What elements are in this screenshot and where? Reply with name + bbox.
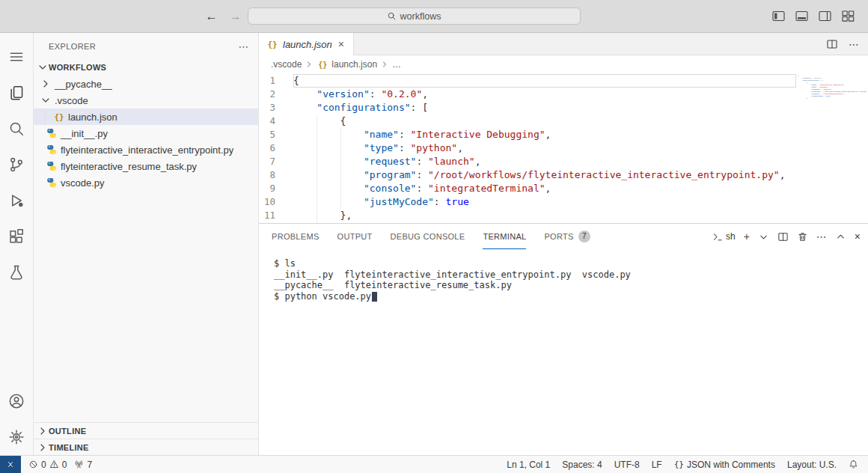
run-and-debug-icon[interactable] [0,183,33,219]
line-number: 7 [259,155,293,168]
shell-label: sh [726,231,736,242]
terminal-shell-button[interactable]: sh [712,231,736,242]
search-icon[interactable] [0,111,33,147]
sidebar-item-.vscode[interactable]: .vscode [34,92,258,109]
toggle-panel-icon[interactable] [795,10,808,22]
timeline-section[interactable]: TIMELINE [34,439,258,455]
code-line[interactable]: 10 "justMyCode": true [259,195,868,209]
panel-tab-terminal[interactable]: TERMINAL [483,224,526,249]
terminal-line: $ ls [274,258,868,269]
indentation[interactable]: Spaces: 4 [558,460,605,470]
terminal[interactable]: $ ls__init__.py flyteinteractive_interac… [259,249,868,455]
ports-status[interactable]: 7 [70,460,96,470]
code-line[interactable]: 8 "program": "/root/workflows/flyteinter… [259,168,868,182]
explorer-more-actions-icon[interactable]: ⋯ [239,40,249,52]
layout-controls [772,10,861,22]
tab-close-icon[interactable]: × [337,38,346,50]
split-terminal-icon[interactable] [777,231,789,242]
sidebar-item-vscode.py[interactable]: vscode.py [34,174,258,191]
code-text: "request": "launch", [293,155,796,168]
toggle-secondary-sidebar-icon[interactable] [819,10,831,22]
panel-header: PROBLEMSOUTPUTDEBUG CONSOLETERMINALPORTS… [259,224,868,249]
outline-section[interactable]: OUTLINE [34,422,258,439]
explorer-icon[interactable] [0,75,33,111]
forward-button[interactable]: → [224,10,248,23]
cursor-position[interactable]: Ln 1, Col 1 [503,460,554,470]
file-label: .vscode [52,95,88,106]
kill-terminal-trash-icon[interactable] [797,231,808,242]
settings-gear-icon[interactable] [0,419,33,455]
indentation-label: Spaces: 4 [562,460,602,470]
breadcrumb-symbol[interactable]: … [392,59,401,70]
close-panel-icon[interactable]: × [855,231,861,242]
indent-guide [317,209,317,222]
breadcrumb-folder[interactable]: .vscode [271,59,302,70]
notifications-bell[interactable] [845,460,862,469]
sidebar-item-__pycache__[interactable]: __pycache__ [34,76,258,92]
back-button[interactable]: ← [200,10,224,23]
terminal-profile-chevron-down-icon[interactable] [758,231,769,242]
indent-guide [317,115,317,128]
braces-icon: {} [674,460,684,469]
code-line[interactable]: 6 "type": "python", [259,141,868,155]
split-editor-icon[interactable] [826,38,838,50]
code-line[interactable]: 11 }, [259,209,868,222]
language-label: JSON with Comments [687,460,775,470]
remote-indicator[interactable] [0,456,21,473]
new-terminal-icon[interactable]: + [744,231,750,242]
python-icon [46,160,58,172]
customize-layout-icon[interactable] [842,10,855,22]
code-line[interactable]: 9 "console": "integratedTerminal", [259,182,868,195]
code-editor[interactable]: 1{2 "version": "0.2.0",3 "configurations… [259,73,868,223]
panel-tab-ports[interactable]: PORTS7 [544,224,590,249]
code-line[interactable]: 3 "configurations": [ [259,101,868,115]
indent-guide [317,128,317,141]
code-line[interactable]: 7 "request": "launch", [259,155,868,168]
maximize-panel-chevron-up-icon[interactable] [835,231,846,242]
panel-tab-debug-console[interactable]: DEBUG CONSOLE [391,224,465,249]
line-number: 10 [259,195,293,209]
tab-launch-json[interactable]: {} launch.json × [259,33,354,55]
extensions-icon[interactable] [0,219,33,254]
command-center-search[interactable]: workflows [248,7,581,25]
sidebar-item-__init__.py[interactable]: __init__.py [34,125,258,141]
editor-more-actions-icon[interactable]: ⋯ [849,38,859,50]
workbench: EXPLORER ⋯ WORKFLOWS __pycache__.vscode{… [0,33,868,455]
account-icon[interactable] [0,383,33,419]
indent-guide [317,195,317,209]
sidebar-item-flyteinteractive_interactive_entrypoint.py[interactable]: flyteinteractive_interactive_entrypoint.… [34,141,258,158]
json-icon: {} [53,112,65,122]
sidebar-header: EXPLORER ⋯ [34,33,258,59]
language-mode[interactable]: {} JSON with Comments [670,460,779,470]
sidebar-item-flyteinteractive_resume_task.py[interactable]: flyteinteractive_resume_task.py [34,158,258,174]
source-control-icon[interactable] [0,147,33,183]
file-label: flyteinteractive_interactive_entrypoint.… [58,144,233,156]
python-icon [46,144,58,156]
panel-more-actions-icon[interactable]: ⋯ [816,231,827,242]
sidebar-item-launch.json[interactable]: {}launch.json [34,109,258,125]
indent-guide [45,109,46,125]
encoding[interactable]: UTF-8 [611,460,644,470]
sidebar-bottom-sections: OUTLINE TIMELINE [34,422,258,455]
indent-guide [317,155,317,168]
testing-icon[interactable] [0,254,33,290]
code-line[interactable]: 4 { [259,115,868,128]
terminal-cursor [372,292,377,302]
menu-icon[interactable] [0,39,33,75]
problems-status[interactable]: 0 0 [25,460,70,470]
eol-sequence[interactable]: LF [648,460,666,470]
indent-guide [317,182,317,195]
panel-tab-output[interactable]: OUTPUT [337,224,373,249]
keyboard-layout-label: Layout: U.S. [787,460,837,470]
keyboard-layout[interactable]: Layout: U.S. [783,460,840,470]
line-number: 6 [259,141,293,155]
toggle-primary-sidebar-icon[interactable] [772,10,785,22]
code-line[interactable]: 1{ [259,74,868,88]
workspace-root-row[interactable]: WORKFLOWS [34,59,258,76]
minimap[interactable]: { "version": "0.2.0", "configurations": … [798,75,867,222]
indent-guide [340,168,341,182]
breadcrumb-file[interactable]: launch.json [331,59,377,70]
panel-tab-problems[interactable]: PROBLEMS [272,224,320,249]
code-line[interactable]: 2 "version": "0.2.0", [259,88,868,101]
code-line[interactable]: 5 "name": "Interactive Debugging", [259,128,868,141]
